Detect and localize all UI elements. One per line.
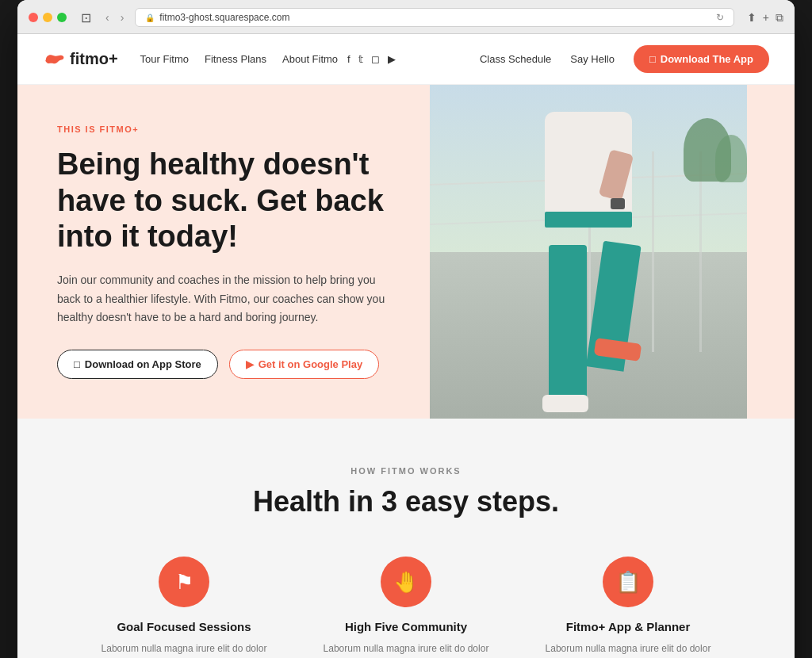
how-heading: Health in 3 easy steps.	[49, 485, 763, 518]
website-content: fitmo+ Tour Fitmo Fitness Plans About Fi…	[17, 34, 795, 658]
waistband	[545, 212, 632, 228]
nav-say-hello[interactable]: Say Hello	[570, 53, 615, 65]
browser-window: ⊡ ‹ › 🔒 fitmo3-ghost.squarespace.com ↻ ⬆…	[17, 0, 795, 658]
watch	[611, 198, 625, 209]
leg-left	[549, 245, 587, 404]
youtube-icon[interactable]: ▶	[388, 53, 396, 65]
browser-actions: ⬆ + ⧉	[747, 11, 783, 25]
browser-chrome: ⊡ ‹ › 🔒 fitmo3-ghost.squarespace.com ↻ ⬆…	[17, 0, 795, 34]
how-label: HOW FITMO WORKS	[49, 466, 763, 476]
hero-photo	[430, 85, 747, 419]
step-3-desc: Laborum nulla magna irure elit do dolor …	[541, 641, 715, 658]
forward-button[interactable]: ›	[117, 10, 128, 25]
logo-icon	[43, 52, 65, 67]
hero-heading: Being healthy doesn't have to suck. Get …	[57, 147, 390, 255]
nav-about-fitmo[interactable]: About Fitmo	[282, 53, 338, 65]
step-2-desc: Laborum nulla magna irure elit do dolor …	[319, 641, 493, 658]
step-2-icon-wrap: 🤚	[381, 557, 431, 607]
community-icon: 🤚	[393, 570, 419, 595]
appstore-button[interactable]: □ Download on App Store	[57, 350, 218, 379]
goal-icon: ⚑	[175, 570, 193, 595]
share-icon[interactable]: ⬆	[747, 11, 756, 25]
instagram-icon[interactable]: ◻	[371, 53, 380, 65]
step-2-title: High Five Community	[345, 620, 467, 633]
hero-buttons: □ Download on App Store ▶ Get it on Goog…	[57, 350, 390, 379]
apple-icon: □	[74, 358, 80, 370]
googleplay-button[interactable]: ▶ Get it on Google Play	[229, 350, 379, 379]
address-bar[interactable]: 🔒 fitmo3-ghost.squarespace.com ↻	[135, 8, 733, 27]
traffic-lights	[29, 13, 67, 22]
minimize-button[interactable]	[43, 13, 52, 22]
sidebar-toggle-icon[interactable]: ⊡	[81, 10, 91, 25]
step-1: ⚑ Goal Focused Sessions Laborum nulla ma…	[97, 557, 271, 658]
close-button[interactable]	[29, 13, 38, 22]
url-text: fitmo3-ghost.squarespace.com	[159, 12, 289, 23]
step-3: 📋 Fitmo+ App & Planner Laborum nulla mag…	[541, 557, 715, 658]
hero-label: THIS IS FITMO+	[57, 124, 390, 134]
download-icon: □	[649, 53, 656, 65]
hero-content: THIS IS FITMO+ Being healthy doesn't hav…	[17, 85, 430, 419]
railing-post-2	[652, 151, 654, 352]
refresh-icon[interactable]: ↻	[716, 12, 724, 23]
step-3-title: Fitmo+ App & Planner	[566, 620, 691, 633]
hero-subtext: Join our community and coaches in the mi…	[57, 271, 390, 327]
tree-2	[715, 135, 747, 182]
nav-class-schedule[interactable]: Class Schedule	[480, 53, 551, 65]
steps-grid: ⚑ Goal Focused Sessions Laborum nulla ma…	[49, 557, 763, 658]
download-app-button[interactable]: □ Download The App	[634, 45, 769, 73]
nav-links: Tour Fitmo Fitness Plans About Fitmo	[140, 53, 339, 65]
tabs-icon[interactable]: ⧉	[776, 11, 783, 25]
planner-icon: 📋	[615, 570, 641, 595]
maximize-button[interactable]	[57, 13, 67, 22]
hero-section: THIS IS FITMO+ Being healthy doesn't hav…	[17, 85, 795, 419]
back-button[interactable]: ‹	[102, 10, 113, 25]
navbar: fitmo+ Tour Fitmo Fitness Plans About Fi…	[17, 34, 795, 85]
twitter-icon[interactable]: 𝕥	[358, 53, 363, 65]
step-1-icon-wrap: ⚑	[159, 557, 209, 607]
how-section: HOW FITMO WORKS Health in 3 easy steps. …	[17, 419, 795, 658]
social-icons: f 𝕥 ◻ ▶	[347, 53, 396, 65]
logo[interactable]: fitmo+	[43, 50, 118, 68]
step-3-icon-wrap: 📋	[603, 557, 653, 607]
step-1-title: Goal Focused Sessions	[117, 620, 251, 633]
step-1-desc: Laborum nulla magna irure elit do dolor …	[97, 641, 271, 658]
shoe-left	[542, 395, 588, 412]
lock-icon: 🔒	[145, 13, 155, 22]
browser-nav: ‹ ›	[102, 10, 127, 25]
railing-post-3	[699, 151, 702, 352]
play-icon: ▶	[246, 358, 254, 370]
step-2: 🤚 High Five Community Laborum nulla magn…	[319, 557, 493, 658]
logo-text: fitmo+	[70, 50, 118, 68]
hero-image	[430, 85, 747, 419]
new-tab-icon[interactable]: +	[763, 11, 769, 25]
nav-fitness-plans[interactable]: Fitness Plans	[205, 53, 266, 65]
nav-right: Class Schedule Say Hello □ Download The …	[480, 45, 769, 73]
nav-tour-fitmo[interactable]: Tour Fitmo	[140, 53, 189, 65]
facebook-icon[interactable]: f	[347, 53, 350, 65]
